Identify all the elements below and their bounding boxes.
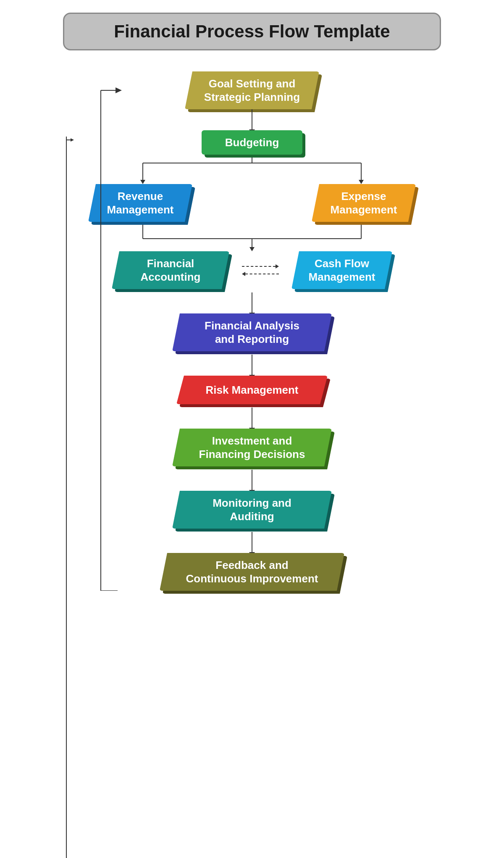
- dashed-left: [242, 272, 279, 276]
- investment-node: Investment and Financing Decisions: [172, 429, 332, 466]
- monitoring-node: Monitoring and Auditing: [172, 491, 332, 529]
- financial-analysis-section: Financial Analysis and Reporting: [63, 313, 441, 351]
- cashflow-node: Cash Flow Management: [291, 251, 392, 289]
- risk-node: Risk Management: [176, 376, 328, 404]
- budgeting-wrapper: Budgeting: [202, 130, 302, 155]
- dashed-right: [242, 264, 279, 268]
- feedback-section: Feedback and Continuous Improvement: [63, 553, 441, 591]
- revenue-wrapper: Revenue Management: [88, 184, 192, 222]
- financial-analysis-wrapper: Financial Analysis and Reporting: [172, 313, 332, 351]
- goal-setting-wrapper: Goal Setting and Strategic Planning: [185, 71, 319, 109]
- goal-setting-section: Goal Setting and Strategic Planning: [63, 71, 441, 109]
- budgeting-section: Budgeting: [63, 130, 441, 155]
- budgeting-node: Budgeting: [202, 130, 302, 155]
- revenue-expense-row: Revenue Management Expense Management: [63, 184, 441, 222]
- investment-section: Investment and Financing Decisions: [63, 429, 441, 466]
- goal-setting-node: Goal Setting and Strategic Planning: [185, 71, 319, 109]
- merge-lines: [63, 222, 441, 251]
- flowchart: Goal Setting and Strategic Planning Budg…: [63, 71, 441, 591]
- split-svg: [63, 155, 441, 184]
- expense-node: Expense Management: [312, 184, 416, 222]
- financial-accounting-node: Financial Accounting: [112, 251, 229, 289]
- arrow-4: [252, 408, 252, 429]
- arrow-2: [252, 292, 252, 313]
- accounting-cashflow-row: Financial Accounting Cash Flow Managemen…: [63, 251, 441, 289]
- arrow-3: [252, 355, 252, 376]
- merge-svg: [63, 222, 441, 251]
- svg-marker-12: [249, 247, 255, 251]
- page-title: Financial Process Flow Template: [89, 21, 415, 42]
- investment-wrapper: Investment and Financing Decisions: [172, 429, 332, 466]
- financial-analysis-node: Financial Analysis and Reporting: [172, 313, 332, 351]
- feedback-node: Feedback and Continuous Improvement: [160, 553, 344, 591]
- cashflow-wrapper: Cash Flow Management: [291, 251, 392, 289]
- financial-accounting-wrapper: Financial Accounting: [112, 251, 229, 289]
- split-lines: [63, 155, 441, 184]
- title-box: Financial Process Flow Template: [63, 13, 441, 50]
- monitoring-section: Monitoring and Auditing: [63, 491, 441, 529]
- arrow-5: [252, 470, 252, 491]
- expense-wrapper: Expense Management: [312, 184, 416, 222]
- svg-marker-7: [359, 180, 364, 184]
- risk-section: Risk Management: [63, 376, 441, 404]
- revenue-node: Revenue Management: [88, 184, 192, 222]
- dashed-arrows: [242, 264, 279, 276]
- arrow-1: [252, 109, 252, 130]
- svg-marker-6: [140, 180, 145, 184]
- monitoring-wrapper: Monitoring and Auditing: [172, 491, 332, 529]
- arrow-6: [252, 532, 252, 553]
- risk-wrapper: Risk Management: [176, 376, 328, 404]
- feedback-wrapper: Feedback and Continuous Improvement: [160, 553, 344, 591]
